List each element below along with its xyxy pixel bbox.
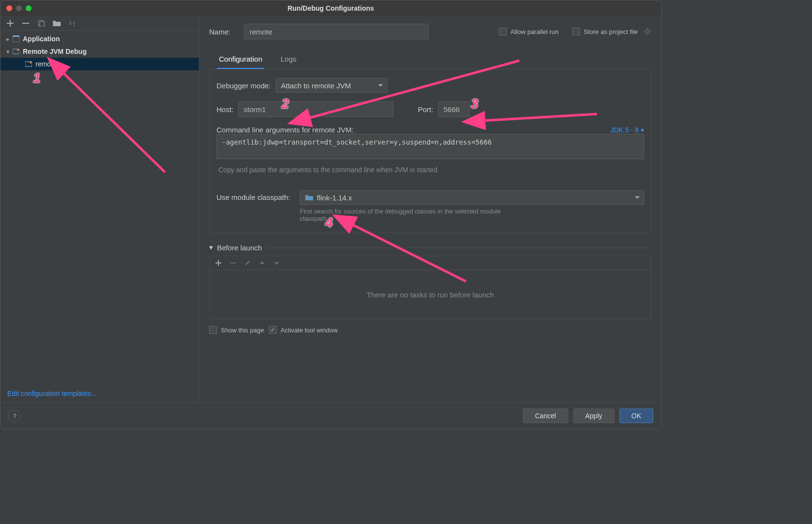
ok-button[interactable]: OK xyxy=(619,409,653,423)
tabs: Configuration Logs xyxy=(209,52,651,69)
show-this-page-label: Show this page xyxy=(221,327,264,334)
host-label: Host: xyxy=(216,105,233,114)
activate-tool-window-label: Activate tool window xyxy=(281,327,338,334)
add-task-icon[interactable] xyxy=(215,259,222,267)
activate-tool-window-row[interactable]: Activate tool window xyxy=(269,326,338,334)
svg-rect-0 xyxy=(22,23,29,24)
allow-parallel-label: Allow parallel run xyxy=(511,28,559,35)
minimize-window-button[interactable] xyxy=(16,5,22,11)
tab-logs[interactable]: Logs xyxy=(279,52,298,69)
module-classpath-hint: First search for sources of the debugged… xyxy=(300,208,514,222)
folder-icon xyxy=(305,194,313,201)
svg-point-9 xyxy=(646,30,649,33)
module-classpath-label: Use module classpath: xyxy=(216,190,290,201)
gear-icon[interactable] xyxy=(644,28,651,35)
titlebar: Run/Debug Configurations xyxy=(0,0,661,16)
sidebar-toolbar xyxy=(0,16,199,31)
show-this-page-row[interactable]: Show this page xyxy=(209,326,264,334)
move-up-icon[interactable] xyxy=(258,259,266,267)
name-input[interactable] xyxy=(244,24,429,39)
chevron-down-icon: ▾ xyxy=(4,48,11,55)
port-label: Port: xyxy=(418,105,433,114)
chevron-down-icon: ▾ xyxy=(641,126,644,134)
jdk-version-dropdown[interactable]: JDK 5 - 8 ▾ xyxy=(611,126,644,134)
chevron-right-icon: ▸ xyxy=(4,35,11,43)
tree-label: Application xyxy=(23,35,60,43)
tab-configuration[interactable]: Configuration xyxy=(217,52,264,69)
before-launch-empty-text: There are no tasks to run before launch xyxy=(210,270,651,319)
cancel-button[interactable]: Cancel xyxy=(523,409,568,423)
help-button[interactable]: ? xyxy=(8,409,21,422)
svg-rect-10 xyxy=(310,198,313,200)
svg-point-8 xyxy=(30,62,32,64)
run-debug-config-dialog: Run/Debug Configurations xyxy=(0,0,662,429)
sidebar: ▸ Application ▾ Remote JVM Debug xyxy=(0,16,199,402)
move-down-icon[interactable] xyxy=(273,259,281,267)
before-launch-box: There are no tasks to run before launch xyxy=(209,256,651,319)
edit-task-icon[interactable] xyxy=(244,259,251,267)
debugger-mode-label: Debugger mode: xyxy=(216,82,271,90)
chevron-down-icon: ▾ xyxy=(209,243,213,252)
bottom-options: Show this page Activate tool window xyxy=(209,326,651,334)
activate-tool-window-checkbox[interactable] xyxy=(269,326,277,334)
cmd-args-hint: Copy and paste the arguments to the comm… xyxy=(216,166,644,174)
edit-templates-link[interactable]: Edit configuration templates... xyxy=(7,390,97,397)
port-input[interactable] xyxy=(438,101,470,117)
close-window-button[interactable] xyxy=(6,5,12,11)
tree-item-remote[interactable]: remote xyxy=(0,58,199,70)
tree-label: remote xyxy=(35,60,57,68)
window-title: Run/Debug Configurations xyxy=(0,4,661,12)
maximize-window-button[interactable] xyxy=(26,5,32,11)
svg-rect-2 xyxy=(40,21,44,27)
debugger-mode-value: Attach to remote JVM xyxy=(281,82,351,90)
application-icon xyxy=(12,35,20,43)
remove-config-icon[interactable] xyxy=(22,19,30,27)
svg-point-6 xyxy=(17,49,19,51)
host-input[interactable] xyxy=(238,101,394,117)
host-port-row: Host: Port: xyxy=(216,101,644,117)
add-config-icon[interactable] xyxy=(6,19,14,27)
allow-parallel-checkbox-row[interactable]: Allow parallel run xyxy=(499,28,559,35)
cmd-args-header: Command line arguments for remote JVM: J… xyxy=(216,126,644,134)
before-launch-header[interactable]: ▾ Before launch xyxy=(209,243,651,252)
remove-task-icon[interactable] xyxy=(229,259,237,267)
store-as-project-checkbox-row[interactable]: Store as project file xyxy=(572,28,651,35)
copy-config-icon[interactable] xyxy=(37,19,45,27)
show-this-page-checkbox[interactable] xyxy=(209,326,217,334)
folder-icon[interactable] xyxy=(53,19,61,27)
remote-config-icon xyxy=(25,60,33,68)
name-row: Name: Allow parallel run Store as projec… xyxy=(209,24,651,39)
name-label: Name: xyxy=(209,28,231,36)
store-as-project-checkbox[interactable] xyxy=(572,28,580,35)
cmd-args-section: Command line arguments for remote JVM: J… xyxy=(216,126,644,174)
tree-item-application[interactable]: ▸ Application xyxy=(0,33,199,45)
debugger-mode-row: Debugger mode: Attach to remote JVM xyxy=(216,78,644,93)
svg-rect-4 xyxy=(13,35,19,37)
allow-parallel-checkbox[interactable] xyxy=(499,28,507,35)
tree-item-remote-jvm-debug[interactable]: ▾ Remote JVM Debug xyxy=(0,45,199,58)
sort-icon[interactable] xyxy=(68,19,76,27)
apply-button[interactable]: Apply xyxy=(573,409,614,423)
before-launch-label: Before launch xyxy=(217,244,262,252)
divider xyxy=(266,247,651,248)
dialog-footer: ? Cancel Apply OK xyxy=(0,402,661,429)
module-classpath-row: Use module classpath: flink-1.14.x First… xyxy=(216,190,644,222)
store-as-project-label: Store as project file xyxy=(584,28,638,35)
before-launch-toolbar xyxy=(210,256,651,270)
cmd-args-textarea[interactable]: -agentlib:jdwp=transport=dt_socket,serve… xyxy=(216,134,644,159)
module-classpath-select[interactable]: flink-1.14.x xyxy=(300,190,644,205)
sidebar-footer: Edit configuration templates... xyxy=(0,385,199,402)
module-classpath-value: flink-1.14.x xyxy=(317,194,352,202)
remote-debug-icon xyxy=(12,48,20,55)
debugger-mode-select[interactable]: Attach to remote JVM xyxy=(276,78,387,93)
main-panel: Name: Allow parallel run Store as projec… xyxy=(199,16,661,402)
tree-label: Remote JVM Debug xyxy=(23,48,86,55)
traffic-lights xyxy=(6,5,32,11)
dialog-body: ▸ Application ▾ Remote JVM Debug xyxy=(0,16,661,402)
config-tree: ▸ Application ▾ Remote JVM Debug xyxy=(0,31,199,385)
svg-rect-11 xyxy=(230,262,236,263)
configuration-panel: Debugger mode: Attach to remote JVM Host… xyxy=(209,69,651,232)
cmd-args-label: Command line arguments for remote JVM: xyxy=(216,126,354,134)
